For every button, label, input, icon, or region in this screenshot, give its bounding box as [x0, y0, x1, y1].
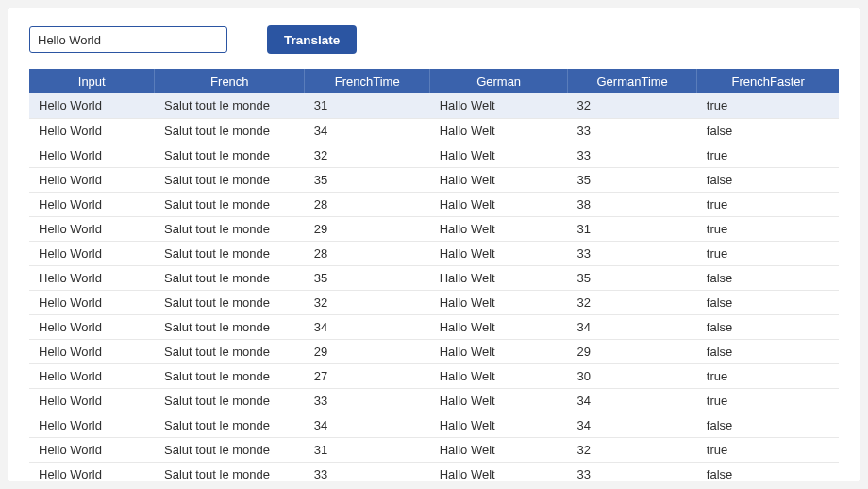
source-text-input[interactable] [29, 26, 227, 53]
table-cell: Hello World [29, 143, 155, 167]
table-cell: Salut tout le monde [155, 314, 305, 339]
table-cell: 32 [305, 290, 430, 314]
table-cell: 35 [568, 167, 697, 192]
table-cell: Hallo Welt [430, 314, 568, 339]
main-panel: Translate Input French FrenchTime German… [8, 8, 860, 481]
table-cell: Hallo Welt [430, 363, 568, 388]
app-frame: Translate Input French FrenchTime German… [0, 0, 868, 489]
table-cell: Hello World [29, 93, 155, 118]
table-cell: 33 [568, 143, 697, 167]
table-row[interactable]: Hello WorldSalut tout le monde33Hallo We… [29, 462, 839, 481]
translate-button[interactable]: Translate [267, 25, 357, 54]
table-cell: Hello World [29, 462, 155, 481]
table-cell: 29 [305, 216, 430, 241]
table-cell: Salut tout le monde [155, 363, 305, 388]
table-cell: Hello World [29, 437, 155, 462]
table-cell: Salut tout le monde [155, 388, 305, 413]
col-header-german[interactable]: German [430, 69, 568, 93]
table-row[interactable]: Hello WorldSalut tout le monde28Hallo We… [29, 241, 839, 265]
table-row[interactable]: Hello WorldSalut tout le monde34Hallo We… [29, 118, 839, 143]
table-cell: 35 [568, 265, 697, 290]
table-row[interactable]: Hello WorldSalut tout le monde28Hallo We… [29, 192, 839, 216]
table-row[interactable]: Hello WorldSalut tout le monde32Hallo We… [29, 143, 839, 167]
table-cell: true [697, 363, 839, 388]
table-cell: 34 [568, 388, 697, 413]
table-row[interactable]: Hello WorldSalut tout le monde35Hallo We… [29, 265, 839, 290]
col-header-french[interactable]: French [155, 69, 305, 93]
table-cell: Hallo Welt [430, 241, 568, 265]
table-cell: Salut tout le monde [155, 216, 305, 241]
col-header-frenchfaster[interactable]: FrenchFaster [697, 69, 839, 93]
table-cell: false [697, 290, 839, 314]
table-cell: Hallo Welt [430, 93, 568, 118]
table-cell: 28 [305, 192, 430, 216]
table-cell: 32 [305, 143, 430, 167]
table-cell: Hello World [29, 339, 155, 363]
table-cell: Hallo Welt [430, 462, 568, 481]
table-cell: true [697, 388, 839, 413]
table-cell: 31 [568, 216, 697, 241]
col-header-frenchtime[interactable]: FrenchTime [305, 69, 430, 93]
col-header-germantime[interactable]: GermanTime [568, 69, 697, 93]
table-row[interactable]: Hello WorldSalut tout le monde29Hallo We… [29, 216, 839, 241]
control-row: Translate [29, 25, 839, 54]
table-cell: Hallo Welt [430, 339, 568, 363]
table-cell: Hello World [29, 241, 155, 265]
table-cell: 32 [568, 437, 697, 462]
table-cell: 29 [568, 339, 697, 363]
table-cell: Hallo Welt [430, 437, 568, 462]
table-cell: Salut tout le monde [155, 118, 305, 143]
table-cell: 38 [568, 192, 697, 216]
table-cell: 28 [305, 241, 430, 265]
table-cell: Hallo Welt [430, 388, 568, 413]
table-cell: Salut tout le monde [155, 265, 305, 290]
table-cell: false [697, 314, 839, 339]
table-header-row: Input French FrenchTime German GermanTim… [29, 69, 839, 93]
table-cell: Hello World [29, 290, 155, 314]
table-cell: Hallo Welt [430, 290, 568, 314]
table-cell: 32 [568, 93, 697, 118]
table-cell: Hello World [29, 363, 155, 388]
table-cell: false [697, 265, 839, 290]
table-cell: Hallo Welt [430, 413, 568, 437]
table-row[interactable]: Hello WorldSalut tout le monde32Hallo We… [29, 290, 839, 314]
table-row[interactable]: Hello WorldSalut tout le monde34Hallo We… [29, 314, 839, 339]
table-cell: Salut tout le monde [155, 93, 305, 118]
table-cell: false [697, 339, 839, 363]
table-cell: 35 [305, 265, 430, 290]
table-cell: Salut tout le monde [155, 290, 305, 314]
table-cell: Hallo Welt [430, 265, 568, 290]
table-cell: Hello World [29, 118, 155, 143]
table-row[interactable]: Hello WorldSalut tout le monde35Hallo We… [29, 167, 839, 192]
table-cell: 33 [305, 462, 430, 481]
table-cell: Hallo Welt [430, 216, 568, 241]
table-cell: Hello World [29, 265, 155, 290]
table-cell: Hello World [29, 388, 155, 413]
table-cell: 32 [568, 290, 697, 314]
table-cell: Hello World [29, 192, 155, 216]
table-cell: Hallo Welt [430, 143, 568, 167]
table-cell: Hallo Welt [430, 118, 568, 143]
table-cell: 33 [568, 118, 697, 143]
table-cell: Salut tout le monde [155, 241, 305, 265]
table-cell: 29 [305, 339, 430, 363]
table-row[interactable]: Hello WorldSalut tout le monde31Hallo We… [29, 437, 839, 462]
results-table: Input French FrenchTime German GermanTim… [29, 69, 839, 481]
table-cell: Hello World [29, 216, 155, 241]
table-row[interactable]: Hello WorldSalut tout le monde34Hallo We… [29, 413, 839, 437]
table-cell: Hello World [29, 413, 155, 437]
table-row[interactable]: Hello WorldSalut tout le monde29Hallo We… [29, 339, 839, 363]
table-row[interactable]: Hello WorldSalut tout le monde31Hallo We… [29, 93, 839, 118]
table-cell: 34 [305, 118, 430, 143]
table-row[interactable]: Hello WorldSalut tout le monde27Hallo We… [29, 363, 839, 388]
table-cell: true [697, 192, 839, 216]
table-row[interactable]: Hello WorldSalut tout le monde33Hallo We… [29, 388, 839, 413]
table-cell: 34 [305, 314, 430, 339]
table-cell: 34 [568, 314, 697, 339]
table-cell: true [697, 143, 839, 167]
col-header-input[interactable]: Input [29, 69, 155, 93]
table-cell: Salut tout le monde [155, 413, 305, 437]
table-cell: true [697, 216, 839, 241]
table-cell: Salut tout le monde [155, 192, 305, 216]
table-cell: true [697, 93, 839, 118]
